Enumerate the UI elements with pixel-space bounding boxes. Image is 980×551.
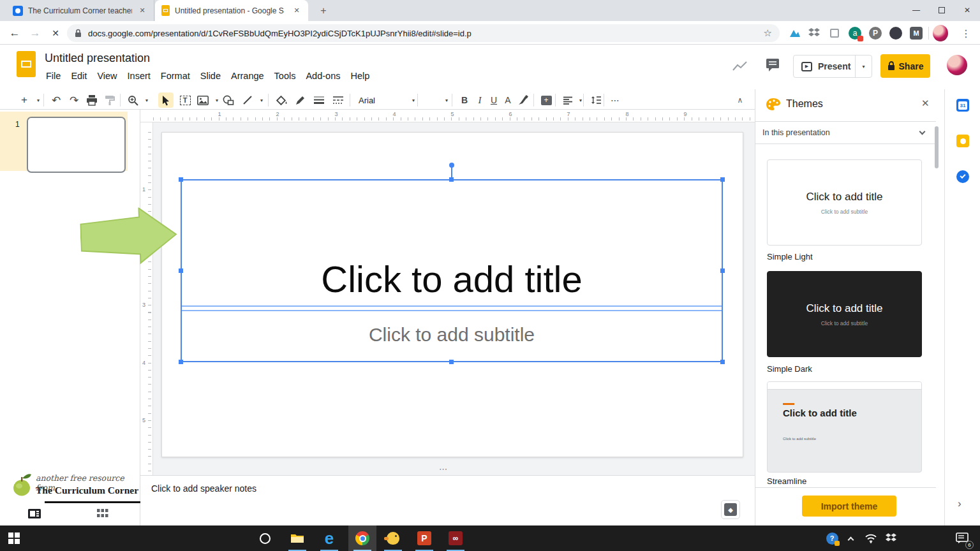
browser-menu-button[interactable]: ⋮: [958, 26, 974, 41]
subtitle-placeholder-text[interactable]: Click to add subtitle: [182, 312, 722, 357]
import-theme-button[interactable]: Import theme: [802, 496, 896, 517]
pinterest-extension-icon[interactable]: P: [868, 26, 883, 41]
document-stats-icon[interactable]: [732, 61, 748, 74]
resize-handle-e[interactable]: [720, 268, 725, 273]
fill-color-button[interactable]: [274, 92, 290, 108]
wave-extension-icon[interactable]: [787, 26, 803, 41]
account-avatar[interactable]: [947, 55, 967, 75]
dropbox-extension-icon[interactable]: [806, 26, 822, 41]
in-this-presentation-row[interactable]: In this presentation: [755, 121, 936, 144]
resize-handle-nw[interactable]: [179, 177, 183, 182]
font-family-dropdown[interactable]: ▾: [406, 92, 421, 108]
slide-canvas[interactable]: Click to add title Click to add subtitle: [161, 132, 743, 457]
resize-handle-s[interactable]: [449, 360, 454, 364]
menu-view[interactable]: View: [92, 69, 122, 83]
line-spacing-button[interactable]: [588, 92, 604, 108]
hide-side-panel-button[interactable]: ›: [958, 497, 961, 510]
hide-menus-button[interactable]: ∧: [732, 92, 748, 108]
powerpoint-icon[interactable]: P: [410, 525, 438, 551]
browser-profile-avatar[interactable]: [933, 26, 948, 41]
themes-scrollbar[interactable]: [935, 126, 939, 168]
new-slide-button[interactable]: +: [17, 92, 32, 108]
menu-addons[interactable]: Add-ons: [301, 69, 345, 83]
redo-button[interactable]: ↷: [66, 92, 82, 108]
tab-close-icon[interactable]: ✕: [292, 6, 302, 16]
cortana-button[interactable]: [251, 525, 279, 551]
bold-button[interactable]: B: [457, 92, 472, 108]
insert-shape-button[interactable]: [221, 92, 236, 108]
font-family-select[interactable]: Arial: [359, 92, 410, 108]
grid-view-icon[interactable]: [97, 509, 108, 520]
quick-assist-tray-icon[interactable]: ?: [820, 525, 843, 551]
slide-thumbnail[interactable]: [27, 117, 126, 173]
resize-handle-n[interactable]: [449, 177, 454, 182]
filmstrip-view-icon[interactable]: [28, 509, 41, 521]
dropbox-tray-icon[interactable]: [880, 525, 901, 551]
m-extension-icon[interactable]: M: [909, 26, 924, 41]
text-box-button[interactable]: T: [177, 92, 193, 108]
present-button[interactable]: ▶ Present ▾: [793, 55, 872, 78]
more-options-button[interactable]: ⋯: [607, 92, 623, 108]
resize-handle-w[interactable]: [179, 268, 183, 273]
select-tool-button[interactable]: [158, 92, 174, 108]
slides-app-icon[interactable]: [17, 51, 36, 77]
acrobat-icon[interactable]: ∞: [442, 525, 470, 551]
share-button[interactable]: Share: [880, 54, 930, 78]
resize-handle-ne[interactable]: [720, 177, 725, 182]
window-minimize-button[interactable]: —: [903, 0, 929, 20]
theme-card-simple-dark[interactable]: Click to add title Click to add subtitle: [767, 271, 922, 357]
zoom-dropdown[interactable]: ▾: [139, 92, 154, 108]
dark-extension-icon[interactable]: [888, 26, 903, 41]
window-maximize-button[interactable]: [929, 0, 954, 20]
title-placeholder-selection[interactable]: Click to add title Click to add subtitle: [181, 179, 723, 362]
back-button[interactable]: ←: [8, 26, 22, 40]
title-placeholder-text[interactable]: Click to add title: [182, 256, 722, 302]
forward-button[interactable]: →: [28, 26, 42, 40]
bookmark-star-icon[interactable]: ☆: [764, 27, 772, 39]
speaker-notes-area[interactable]: Click to add speaker notes ◆: [140, 475, 755, 525]
menu-slide[interactable]: Slide: [195, 69, 226, 83]
tab-close-icon[interactable]: ✕: [137, 6, 147, 16]
tab-untitled-presentation[interactable]: Untitled presentation - Google S ✕: [155, 0, 308, 21]
chrome-icon[interactable]: [348, 525, 376, 551]
menu-file[interactable]: File: [41, 69, 66, 83]
url-bar[interactable]: docs.google.com/presentation/d/1CvReFSBb…: [67, 24, 780, 42]
insert-comment-button[interactable]: +: [538, 92, 554, 108]
explore-button[interactable]: ◆: [721, 500, 740, 519]
menu-edit[interactable]: Edit: [66, 69, 92, 83]
window-close-button[interactable]: ✕: [954, 0, 980, 20]
grammar-extension-icon[interactable]: a: [847, 26, 863, 41]
notes-drag-handle[interactable]: ⋯: [439, 464, 449, 474]
insert-line-dropdown[interactable]: ▾: [254, 92, 269, 108]
new-tab-button[interactable]: +: [314, 0, 333, 21]
present-dropdown[interactable]: ▾: [855, 55, 872, 77]
themes-close-button[interactable]: ✕: [921, 98, 930, 109]
border-dash-button[interactable]: [330, 92, 346, 108]
undo-button[interactable]: ↶: [48, 92, 64, 108]
edge-icon[interactable]: e: [315, 525, 343, 551]
document-title[interactable]: Untitled presentation: [45, 52, 150, 65]
underline-button[interactable]: U: [486, 92, 501, 108]
menu-format[interactable]: Format: [156, 69, 195, 83]
cyberduck-icon[interactable]: [379, 525, 407, 551]
keep-icon[interactable]: [956, 135, 969, 147]
calendar-icon[interactable]: 31: [956, 99, 969, 112]
action-center-button[interactable]: 6: [949, 525, 975, 551]
wifi-icon[interactable]: [860, 525, 882, 551]
speaker-notes-placeholder[interactable]: Click to add speaker notes: [151, 483, 256, 494]
menu-tools[interactable]: Tools: [269, 69, 301, 83]
theme-card-simple-light[interactable]: Click to add title Click to add subtitle: [767, 159, 922, 246]
border-color-button[interactable]: [292, 92, 308, 108]
tasks-icon[interactable]: [956, 170, 969, 183]
menu-help[interactable]: Help: [345, 69, 375, 83]
stop-button[interactable]: ✕: [48, 26, 63, 40]
rotation-handle[interactable]: [449, 163, 454, 168]
print-button[interactable]: [84, 92, 100, 108]
resize-handle-se[interactable]: [720, 360, 725, 364]
text-color-button[interactable]: A: [500, 92, 516, 108]
tab-curriculum-corner[interactable]: The Curriculum Corner teachers ✕: [6, 0, 154, 21]
comment-history-button[interactable]: [765, 57, 782, 75]
insert-line-button[interactable]: [240, 92, 255, 108]
paint-format-button[interactable]: [102, 92, 117, 108]
align-dropdown[interactable]: ▾: [573, 92, 588, 108]
